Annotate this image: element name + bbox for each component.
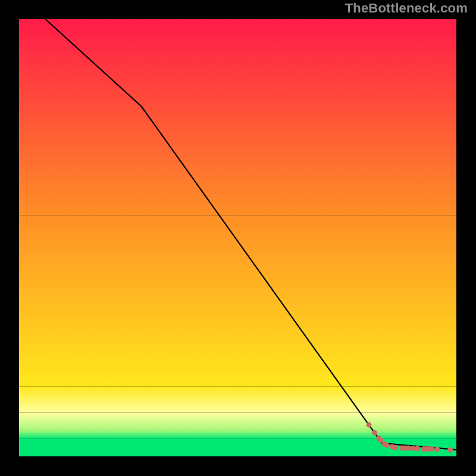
- data-point: [378, 437, 383, 443]
- data-point: [429, 446, 434, 452]
- plot-svg: [19, 19, 456, 456]
- data-point: [393, 445, 398, 450]
- data-point: [434, 447, 440, 452]
- gradient-band: [19, 386, 456, 412]
- gradient-band: [19, 19, 456, 216]
- chart-frame: TheBottleneck.com: [0, 0, 476, 476]
- background-gradient: [19, 19, 456, 456]
- data-point: [447, 447, 453, 452]
- data-point: [415, 446, 420, 451]
- gradient-band: [19, 430, 456, 439]
- gradient-band: [19, 413, 456, 430]
- plot-area: [19, 19, 456, 456]
- data-point: [384, 442, 389, 447]
- watermark-text: TheBottleneck.com: [345, 1, 468, 16]
- data-point: [372, 430, 377, 436]
- data-point: [406, 446, 411, 451]
- data-point: [367, 422, 372, 428]
